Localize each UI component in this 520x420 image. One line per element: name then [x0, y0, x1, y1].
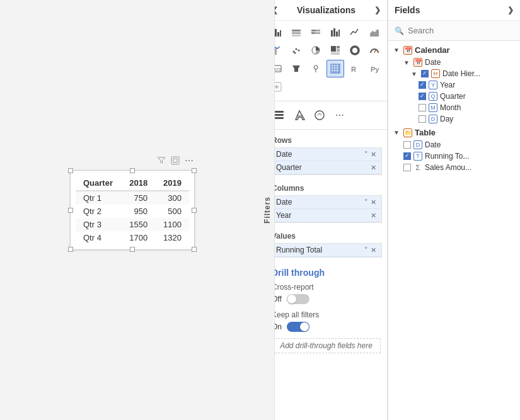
columns-field-year[interactable]: Year ✕	[271, 209, 381, 222]
viz-r-script[interactable]: R	[346, 60, 364, 77]
year-field-item[interactable]: Y Year	[388, 79, 520, 91]
values-field-running-total[interactable]: Running Total ˅ ✕	[271, 244, 381, 257]
viz-panel-title: Visualizations	[297, 5, 355, 15]
quarter-checkbox[interactable]	[419, 93, 426, 100]
keep-filters-toggle-row: On	[272, 322, 381, 332]
filters-label: Filters	[263, 196, 272, 224]
col-header-2018: 2018	[121, 176, 155, 191]
viz-matrix-table[interactable]	[326, 60, 344, 77]
viz-pie-chart[interactable]	[307, 42, 325, 59]
viz-format-icon[interactable]	[291, 106, 308, 124]
rows-quarter-remove-icon[interactable]: ✕	[371, 164, 376, 172]
viz-column-chart[interactable]	[326, 23, 344, 41]
svg-rect-27	[331, 52, 340, 55]
more-options-icon[interactable]: ⋯	[183, 155, 195, 166]
running-total-checkbox[interactable]	[403, 152, 411, 160]
rows-date-remove-icon[interactable]: ✕	[371, 150, 376, 159]
viz-scatter-chart[interactable]	[287, 42, 305, 59]
viz-map[interactable]	[307, 60, 325, 77]
sales-amount-checkbox[interactable]	[403, 164, 411, 171]
viz-funnel[interactable]	[287, 60, 305, 77]
row-label-2: Qtr 3	[76, 218, 121, 231]
rows-quarter-label: Quarter	[276, 163, 302, 172]
rows-field-date[interactable]: Date ˅ ✕	[271, 148, 381, 161]
columns-date-dropdown-icon[interactable]: ˅	[364, 198, 368, 207]
date-hier-group-header[interactable]: ▼ H Date Hier...	[388, 68, 520, 79]
row-val2018-0: 750	[121, 191, 155, 205]
resize-handle-ml[interactable]	[68, 208, 73, 213]
viz-gauge-chart[interactable]	[366, 42, 383, 59]
date-sub-group-header[interactable]: ▼ 📅 Date	[388, 57, 520, 68]
svg-rect-12	[331, 30, 333, 37]
year-label: Year	[440, 81, 455, 89]
viz-more-icon[interactable]: ⋯	[331, 106, 349, 124]
fields-panel-expand-arrow[interactable]: ❯	[507, 6, 514, 14]
resize-handle-tl[interactable]	[68, 168, 73, 173]
svg-rect-18	[275, 48, 277, 55]
table-date-checkbox[interactable]	[403, 141, 411, 149]
sales-amount-label: Sales Amou...	[425, 163, 471, 172]
table-visual-container[interactable]: ⋯ Quarter 2018 2019	[70, 170, 195, 250]
svg-text:R: R	[351, 65, 356, 73]
running-total-field-item[interactable]: T Running To...	[388, 150, 520, 162]
calendar-group-header[interactable]: ▼ 📅 Calendar	[388, 43, 520, 57]
resize-handle-bc[interactable]	[130, 247, 135, 252]
rows-field-well: Date ˅ ✕ Quarter ✕	[270, 147, 382, 175]
viz-100-stacked-bar[interactable]	[307, 23, 325, 41]
resize-handle-tc[interactable]	[130, 168, 135, 173]
values-field-well: Running Total ˅ ✕	[270, 243, 382, 258]
resize-handle-bl[interactable]	[68, 247, 73, 252]
viz-panel-expand-arrow[interactable]: ❯	[374, 6, 381, 14]
quarter-field-item[interactable]: Q Quarter	[388, 91, 520, 102]
viz-divider-1	[265, 101, 387, 101]
svg-point-28	[351, 47, 359, 54]
viz-donut-chart[interactable]	[346, 42, 364, 59]
svg-rect-13	[333, 28, 335, 37]
svg-point-51	[315, 111, 324, 120]
values-rt-dropdown-icon[interactable]: ˅	[364, 246, 368, 254]
rows-date-dropdown-icon[interactable]: ˅	[364, 150, 368, 159]
month-checkbox[interactable]	[419, 104, 426, 111]
svg-rect-2	[275, 29, 277, 37]
svg-rect-7	[292, 35, 301, 37]
columns-date-remove-icon[interactable]: ✕	[371, 198, 376, 207]
resize-handle-br[interactable]	[192, 247, 197, 252]
fields-panel-header: Fields ❯	[388, 0, 520, 21]
viz-stacked-bar[interactable]	[287, 23, 305, 41]
focus-icon[interactable]	[170, 155, 181, 166]
date-hier-checkbox[interactable]	[421, 70, 429, 77]
viz-python[interactable]: Py	[366, 60, 383, 77]
day-checkbox[interactable]	[419, 115, 426, 123]
viz-panel-header: ❮ Visualizations ❯	[265, 0, 387, 21]
table-group-header[interactable]: ▼ 📁 Table	[388, 126, 520, 139]
values-rt-remove-icon[interactable]: ✕	[371, 246, 376, 254]
search-input[interactable]	[408, 26, 514, 35]
viz-treemap[interactable]	[326, 42, 344, 59]
table-date-field-item[interactable]: D Date	[388, 139, 520, 150]
viz-line-chart[interactable]	[346, 23, 364, 41]
month-field-item[interactable]: M Month	[388, 102, 520, 113]
filter-icon[interactable]	[156, 155, 167, 166]
cross-report-toggle[interactable]	[287, 294, 309, 304]
svg-rect-6	[292, 32, 301, 34]
year-checkbox[interactable]	[419, 81, 426, 89]
viz-area-chart[interactable]	[366, 23, 383, 41]
filters-tab[interactable]: Filters	[260, 0, 275, 420]
columns-field-date[interactable]: Date ˅ ✕	[271, 196, 381, 209]
viz-analytics-icon[interactable]	[311, 106, 328, 124]
sales-amount-field-item[interactable]: Σ Sales Amou...	[388, 162, 520, 173]
add-drill-through-field[interactable]: Add drill-through fields here	[272, 338, 381, 353]
resize-handle-mr[interactable]	[192, 208, 197, 213]
resize-handle-tr[interactable]	[192, 168, 197, 173]
svg-rect-10	[311, 32, 315, 34]
table-date-type-icon: D	[413, 140, 422, 149]
rows-field-quarter[interactable]: Quarter ✕	[271, 161, 381, 174]
columns-year-remove-icon[interactable]: ✕	[371, 212, 376, 220]
svg-rect-11	[315, 32, 320, 34]
col-header-2019: 2019	[155, 176, 189, 191]
day-field-item[interactable]: D Day	[388, 113, 520, 125]
svg-marker-32	[292, 65, 300, 72]
keep-filters-toggle[interactable]	[287, 322, 309, 332]
fields-search-bar[interactable]: 🔍	[388, 21, 520, 41]
day-label: Day	[440, 115, 453, 123]
